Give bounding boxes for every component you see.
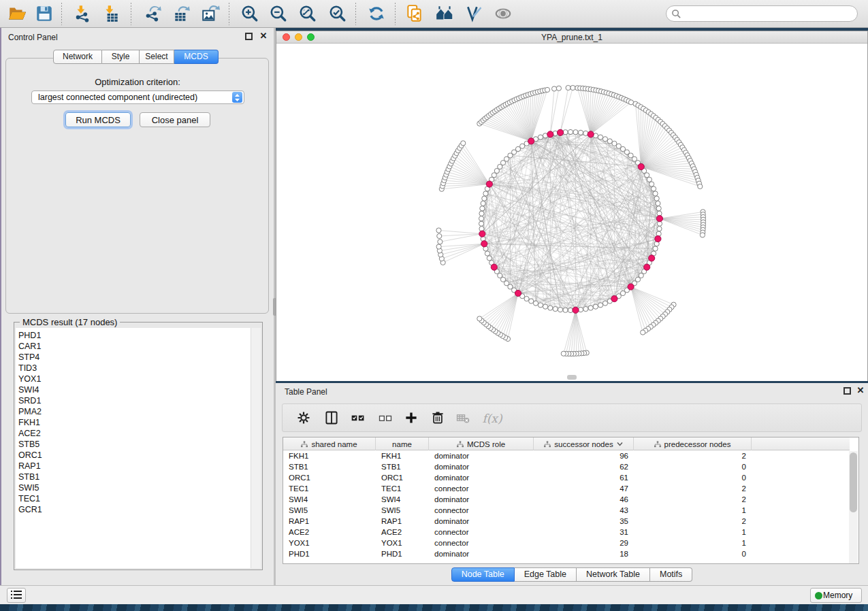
network-node[interactable]: [598, 135, 602, 139]
table-row[interactable]: SWI4SWI4dominator462: [283, 494, 850, 505]
network-hub-node[interactable]: [557, 129, 563, 135]
table-row[interactable]: SWI5SWI5connector431: [283, 505, 850, 516]
network-hub-node[interactable]: [491, 264, 497, 270]
open-file-button[interactable]: [5, 3, 29, 25]
table-row[interactable]: PHD1PHD1dominator180: [283, 548, 850, 559]
float-panel-icon[interactable]: [245, 33, 253, 40]
mcds-result-item[interactable]: TEC1: [18, 493, 252, 504]
table-settings-button[interactable]: [293, 409, 314, 428]
save-session-button[interactable]: [33, 3, 56, 25]
network-node[interactable]: [479, 216, 483, 221]
home-network-button[interactable]: [433, 3, 456, 25]
network-hub-node[interactable]: [515, 290, 521, 296]
network-node[interactable]: [649, 182, 654, 186]
optimization-criterion-select[interactable]: largest connected component (undirected): [31, 90, 244, 104]
import-table-button[interactable]: [99, 3, 123, 25]
network-hub-node[interactable]: [588, 131, 594, 137]
mcds-result-scrollbar[interactable]: [251, 328, 261, 568]
table-row[interactable]: STB1STB1dominator620: [283, 461, 850, 472]
network-hub-node[interactable]: [655, 235, 661, 242]
close-panel-button[interactable]: Close panel: [140, 112, 210, 127]
network-node[interactable]: [602, 137, 607, 142]
network-node[interactable]: [656, 201, 660, 205]
network-node[interactable]: [653, 246, 658, 251]
network-node[interactable]: [529, 299, 534, 303]
network-hub-node[interactable]: [638, 163, 644, 169]
network-node[interactable]: [479, 221, 483, 226]
mcds-result-item[interactable]: YOX1: [18, 374, 252, 384]
tab-motifs[interactable]: Motifs: [650, 567, 692, 582]
network-node[interactable]: [520, 144, 525, 148]
network-hub-node[interactable]: [479, 231, 485, 237]
mcds-result-item[interactable]: PHD1: [18, 330, 252, 341]
network-node[interactable]: [645, 173, 649, 178]
refresh-button[interactable]: [365, 3, 388, 25]
column-header-shared-name[interactable]: shared name: [283, 437, 376, 450]
memory-button[interactable]: Memory: [810, 588, 862, 603]
network-hub-node[interactable]: [573, 307, 579, 313]
network-node[interactable]: [479, 211, 484, 216]
tab-select[interactable]: Select: [140, 50, 174, 64]
mcds-result-item[interactable]: ACE2: [18, 428, 252, 439]
network-node[interactable]: [487, 256, 492, 261]
table-row[interactable]: TEC1TEC1connector472: [283, 483, 850, 494]
tab-style[interactable]: Style: [102, 50, 140, 64]
show-columns-button[interactable]: [321, 409, 342, 428]
network-node[interactable]: [573, 130, 578, 135]
network-leaf-node[interactable]: [438, 240, 443, 244]
export-image-button[interactable]: [199, 3, 222, 25]
network-node[interactable]: [548, 306, 553, 310]
close-table-panel-icon[interactable]: ✕: [856, 386, 865, 395]
network-hub-node[interactable]: [486, 181, 492, 187]
zoom-selected-button[interactable]: [326, 3, 349, 25]
network-node[interactable]: [553, 306, 558, 311]
export-network-button[interactable]: [142, 3, 165, 25]
network-leaf-node[interactable]: [700, 233, 705, 237]
network-leaf-node[interactable]: [566, 85, 570, 90]
network-node[interactable]: [533, 301, 538, 306]
mcds-result-item[interactable]: STP4: [18, 352, 252, 363]
network-node[interactable]: [653, 191, 658, 196]
network-leaf-node[interactable]: [552, 86, 557, 91]
tab-edge-table[interactable]: Edge Table: [515, 567, 577, 582]
network-node[interactable]: [538, 303, 543, 308]
mcds-result-item[interactable]: FKH1: [18, 417, 252, 428]
network-node[interactable]: [651, 186, 656, 191]
network-hub-node[interactable]: [649, 255, 655, 261]
table-row[interactable]: ACE2ACE2connector311: [283, 527, 850, 538]
network-node[interactable]: [524, 296, 529, 301]
run-mcds-button[interactable]: Run MCDS: [65, 112, 131, 127]
network-hub-node[interactable]: [628, 284, 634, 290]
select-all-rows-button[interactable]: [348, 409, 368, 428]
tab-mcds[interactable]: MCDS: [174, 50, 219, 64]
tab-node-table[interactable]: Node Table: [451, 567, 515, 582]
network-node[interactable]: [543, 304, 547, 309]
network-node[interactable]: [656, 206, 661, 211]
deselect-all-rows-button[interactable]: [375, 409, 396, 428]
mcds-result-item[interactable]: STB1: [18, 472, 252, 482]
network-node[interactable]: [657, 227, 662, 231]
mcds-result-item[interactable]: SWI5: [18, 482, 252, 493]
table-row[interactable]: RAP1RAP1dominator352: [283, 516, 850, 527]
mcds-result-item[interactable]: PMA2: [18, 406, 252, 417]
column-header-MCDS-role[interactable]: MCDS role: [429, 437, 534, 450]
mcds-result-item[interactable]: STB5: [18, 439, 252, 450]
table-scrollbar-thumb[interactable]: [850, 452, 857, 512]
mcds-result-item[interactable]: RAP1: [18, 461, 252, 472]
network-node[interactable]: [593, 304, 598, 309]
status-menu-button[interactable]: [7, 588, 26, 603]
mcds-result-list[interactable]: PHD1CAR1STP4TID3YOX1SWI4SRD1PMA2FKH1ACE2…: [16, 328, 252, 568]
zoom-in-button[interactable]: [238, 3, 261, 25]
import-network-button[interactable]: [71, 3, 94, 25]
network-node[interactable]: [538, 135, 543, 139]
network-node[interactable]: [612, 141, 617, 146]
search-input[interactable]: [684, 7, 853, 20]
network-leaf-node[interactable]: [436, 244, 441, 249]
network-hub-node[interactable]: [481, 241, 487, 247]
tab-network[interactable]: Network: [53, 50, 102, 64]
network-node[interactable]: [654, 196, 659, 201]
vizmapper-button[interactable]: [462, 3, 485, 25]
network-node[interactable]: [480, 206, 485, 211]
network-node[interactable]: [558, 308, 562, 312]
network-leaf-node[interactable]: [545, 87, 549, 92]
